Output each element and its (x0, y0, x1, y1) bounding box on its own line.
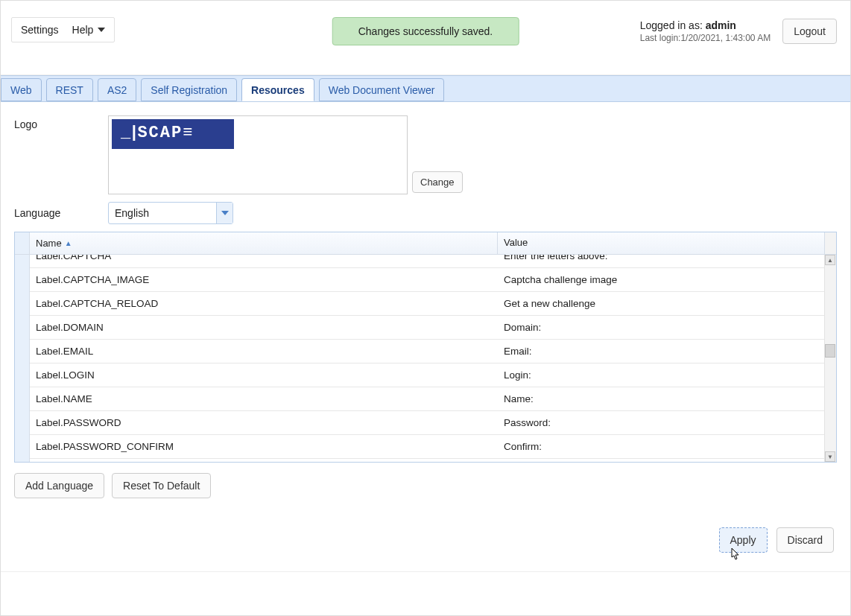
table-row[interactable]: Label.PASSWORD_CONFIRM Confirm: (30, 435, 824, 459)
settings-label: Settings (21, 24, 59, 36)
help-label: Help (72, 24, 94, 36)
cell-name: Label.DOMAIN (30, 322, 498, 333)
cell-value: Name: (498, 393, 824, 404)
tab-as2[interactable]: AS2 (98, 78, 136, 101)
column-value-label: Value (504, 237, 528, 248)
scroll-down-icon[interactable]: ▼ (825, 451, 835, 462)
cell-value: Login: (498, 369, 824, 381)
settings-menu[interactable]: Settings (21, 24, 59, 36)
tab-resources[interactable]: Resources (241, 78, 314, 101)
tab-rest-label: REST (56, 84, 83, 96)
success-alert: Changes successfully saved. (332, 17, 519, 45)
tab-self-registration[interactable]: Self Registration (141, 78, 237, 101)
footer-divider (1, 571, 850, 572)
app-window: Settings Help Changes successfully saved… (0, 0, 851, 616)
language-select[interactable]: English (108, 202, 233, 224)
reset-default-button[interactable]: Reset To Default (112, 473, 211, 498)
cell-value: Password: (498, 417, 824, 428)
cell-name: Label.NAME (30, 393, 498, 404)
cell-value: Captcha challenge image (498, 274, 824, 285)
tab-self-registration-label: Self Registration (151, 84, 227, 96)
grid-body-gutter (15, 255, 30, 462)
last-login-value: 1/20/2021, 1:43:00 AM (680, 33, 771, 43)
reset-default-label: Reset To Default (123, 480, 200, 492)
apply-button[interactable]: Apply (719, 527, 768, 553)
tab-resources-label: Resources (251, 84, 305, 96)
menu-box: Settings Help (11, 17, 115, 42)
cell-value: Confirm: (498, 441, 824, 452)
add-language-button[interactable]: Add Language (14, 473, 104, 498)
table-row[interactable]: Label.DOMAIN Domain: (30, 316, 824, 340)
cell-name: Label.PASSWORD (30, 417, 498, 428)
tab-web-doc-viewer-label: Web Document Viewer (329, 84, 435, 96)
cell-name: Label.EMAIL (30, 346, 498, 357)
logout-label: Logout (794, 25, 826, 37)
column-name-header[interactable]: Name ▲ (30, 232, 498, 254)
cell-name: Label.LOGIN (30, 369, 498, 381)
table-row[interactable]: Label.NAME Name: (30, 387, 824, 411)
table-row[interactable]: Label.CAPTCHA_RELOAD Get a new challenge (30, 292, 824, 316)
logged-in-user: admin (706, 19, 736, 31)
cell-value: Enter the letters above: (498, 255, 824, 261)
logo-label: Logo (14, 115, 108, 130)
grid-header-scroll-gutter (824, 232, 836, 254)
language-value: English (109, 203, 216, 223)
chevron-down-icon[interactable] (216, 203, 232, 223)
apply-label: Apply (730, 534, 756, 546)
chevron-down-icon (98, 28, 105, 32)
language-row: Language English (14, 202, 837, 224)
auth-area: Logged in as: admin Last login:1/20/2021… (640, 19, 837, 44)
alert-text: Changes successfully saved. (358, 25, 493, 37)
column-name-label: Name (36, 238, 62, 249)
table-row[interactable]: Label.LOGIN Login: (30, 363, 824, 387)
last-login-prefix: Last login: (640, 33, 681, 43)
tab-as2-label: AS2 (107, 84, 127, 96)
cell-name: Label.PASSWORD_CONFIRM (30, 441, 498, 452)
cell-value: Email: (498, 346, 824, 357)
discard-label: Discard (788, 534, 823, 546)
add-language-label: Add Language (25, 480, 93, 492)
grid-body: Label.CAPTCHA Enter the letters above: L… (15, 255, 836, 462)
scroll-up-icon[interactable]: ▲ (825, 255, 835, 265)
column-value-header[interactable]: Value (498, 232, 824, 254)
topbar: Settings Help Changes successfully saved… (1, 1, 850, 75)
tabs-row: Web REST AS2 Self Registration Resources… (1, 75, 850, 102)
change-logo-button[interactable]: Change (412, 171, 463, 193)
content-area: Logo _|SCAP≡ Change Language English (1, 102, 850, 506)
cell-value: Domain: (498, 322, 824, 333)
bottom-actions: Apply Discard (719, 527, 835, 553)
resources-grid: Name ▲ Value Label.CAPTCHA Enter the let… (14, 232, 837, 463)
scroll-thumb[interactable] (825, 344, 835, 358)
logo-row: Logo _|SCAP≡ Change (14, 115, 837, 194)
table-row[interactable]: Label.EMAIL Email: (30, 340, 824, 363)
help-menu[interactable]: Help (72, 24, 106, 36)
cell-name: Label.CAPTCHA_RELOAD (30, 298, 498, 309)
grid-header-gutter (15, 232, 30, 254)
lower-actions: Add Language Reset To Default (14, 473, 837, 498)
tab-web-label: Web (10, 84, 32, 96)
logged-in-prefix: Logged in as: (640, 19, 706, 31)
jscape-logo: _|SCAP≡ (112, 119, 234, 149)
table-row[interactable]: Label.PASSWORD Password: (30, 411, 824, 435)
logout-button[interactable]: Logout (782, 19, 837, 44)
table-row[interactable]: Label.CAPTCHA_IMAGE Captcha challenge im… (30, 268, 824, 292)
cell-name: Label.CAPTCHA_IMAGE (30, 274, 498, 285)
logo-preview: _|SCAP≡ (108, 115, 408, 194)
tab-rest[interactable]: REST (46, 78, 93, 101)
login-info: Logged in as: admin Last login:1/20/2021… (640, 19, 771, 43)
tab-web[interactable]: Web (1, 78, 42, 101)
cell-value: Get a new challenge (498, 298, 824, 309)
change-logo-label: Change (420, 177, 455, 188)
language-label: Language (14, 207, 108, 219)
cell-name: Label.CAPTCHA (30, 255, 498, 261)
discard-button[interactable]: Discard (776, 527, 834, 553)
sort-asc-icon: ▲ (65, 239, 72, 247)
scrollbar[interactable]: ▲ ▼ (824, 255, 836, 462)
table-row[interactable]: Label.CAPTCHA Enter the letters above: (30, 255, 824, 268)
grid-header: Name ▲ Value (15, 232, 836, 255)
tab-web-doc-viewer[interactable]: Web Document Viewer (319, 78, 445, 101)
grid-rows: Label.CAPTCHA Enter the letters above: L… (30, 255, 824, 462)
